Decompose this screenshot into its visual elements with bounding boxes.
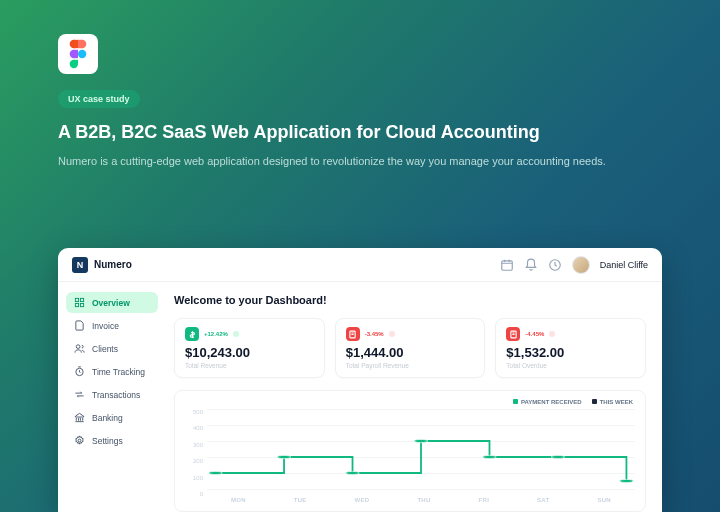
svg-point-15 [76, 345, 80, 349]
users-icon [74, 343, 85, 354]
sidebar-item-time-tracking[interactable]: Time Tracking [66, 361, 158, 382]
grid-icon [74, 297, 85, 308]
svg-rect-13 [75, 303, 78, 306]
dollar-icon [185, 327, 199, 341]
svg-point-23 [414, 439, 428, 442]
svg-point-25 [551, 455, 565, 458]
topbar: N Numero Daniel Cliffe [58, 248, 662, 282]
svg-point-21 [277, 455, 291, 458]
svg-point-22 [346, 471, 360, 474]
stat-label: Total Overdue [506, 362, 635, 369]
chart-plot: MON TUE WED THU FRI SAT SUN [207, 409, 635, 503]
hero-subtitle: Numero is a cutting-edge web application… [58, 153, 618, 171]
sidebar-item-label: Settings [92, 436, 123, 446]
main-content: Welcome to your Dashboard! +12.42% $10,2… [166, 282, 662, 512]
sidebar-item-label: Transactions [92, 390, 140, 400]
trend-up-icon [233, 331, 239, 337]
stat-amount: $10,243.00 [185, 345, 314, 360]
svg-rect-9 [501, 260, 512, 269]
svg-point-17 [78, 439, 81, 442]
brand: N Numero [72, 257, 132, 273]
stat-amount: $1,444.00 [346, 345, 475, 360]
sidebar-item-label: Banking [92, 413, 123, 423]
svg-point-6 [78, 50, 86, 58]
svg-rect-3 [78, 40, 82, 48]
delta-badge: +12.42% [204, 331, 228, 337]
receipt-icon [346, 327, 360, 341]
trend-down-icon [389, 331, 395, 337]
y-axis: 500 400 300 200 100 0 [185, 409, 203, 511]
stat-card-payroll: -3.45% $1,444.00 Total Payroll Revenue [335, 318, 486, 378]
legend-dot-icon [513, 399, 518, 404]
legend-dot-icon [592, 399, 597, 404]
svg-point-20 [209, 471, 223, 474]
logo-icon: N [72, 257, 88, 273]
user-name: Daniel Cliffe [600, 260, 648, 270]
brand-name: Numero [94, 259, 132, 270]
page-title: Welcome to your Dashboard! [174, 294, 646, 306]
svg-rect-12 [80, 298, 83, 301]
sidebar-item-transactions[interactable]: Transactions [66, 384, 158, 405]
svg-rect-5 [74, 50, 78, 58]
file-icon [74, 320, 85, 331]
sidebar-item-banking[interactable]: Banking [66, 407, 158, 428]
sidebar-item-overview[interactable]: Overview [66, 292, 158, 313]
avatar[interactable] [572, 256, 590, 274]
chart-legend: PAYMENT RECEIVED THIS WEEK [513, 399, 633, 405]
sidebar-item-invoice[interactable]: Invoice [66, 315, 158, 336]
case-study-pill: UX case study [58, 90, 140, 108]
clock-icon[interactable] [548, 258, 562, 272]
receipt2-icon [506, 327, 520, 341]
sidebar-item-clients[interactable]: Clients [66, 338, 158, 359]
sidebar-item-label: Clients [92, 344, 118, 354]
trend-down-icon [549, 331, 555, 337]
svg-rect-11 [75, 298, 78, 301]
clock2-icon [74, 366, 85, 377]
svg-point-26 [620, 479, 634, 482]
gear-icon [74, 435, 85, 446]
stats-row: +12.42% $10,243.00 Total Revenue -3.45% … [174, 318, 646, 378]
svg-rect-8 [74, 60, 78, 64]
stat-card-revenue: +12.42% $10,243.00 Total Revenue [174, 318, 325, 378]
stat-label: Total Revenue [185, 362, 314, 369]
chart-card: PAYMENT RECEIVED THIS WEEK 500 400 300 2… [174, 390, 646, 512]
figma-icon [58, 34, 98, 74]
stat-card-overdue: -4.45% $1,532.00 Total Overdue [495, 318, 646, 378]
bell-icon[interactable] [524, 258, 538, 272]
calendar-icon[interactable] [500, 258, 514, 272]
svg-point-24 [483, 455, 497, 458]
stat-amount: $1,532.00 [506, 345, 635, 360]
svg-rect-14 [80, 303, 83, 306]
app-window: N Numero Daniel Cliffe Overview Invoice [58, 248, 662, 512]
delta-badge: -4.45% [525, 331, 544, 337]
transfer-icon [74, 389, 85, 400]
svg-rect-1 [74, 40, 78, 48]
bank-icon [74, 412, 85, 423]
sidebar-item-label: Time Tracking [92, 367, 145, 377]
sidebar-item-label: Overview [92, 298, 130, 308]
stat-label: Total Payroll Revenue [346, 362, 475, 369]
hero-title: A B2B, B2C SaaS Web Application for Clou… [58, 122, 662, 143]
sidebar-item-settings[interactable]: Settings [66, 430, 158, 451]
sidebar: Overview Invoice Clients Time Tracking T… [58, 282, 166, 512]
sidebar-item-label: Invoice [92, 321, 119, 331]
delta-badge: -3.45% [365, 331, 384, 337]
